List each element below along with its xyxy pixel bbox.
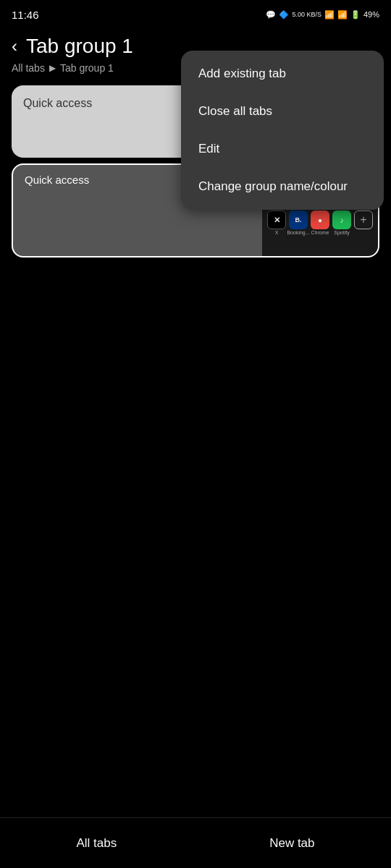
- signal-icon: 📶: [337, 10, 348, 20]
- bottom-bar: All tabs New tab: [0, 817, 391, 868]
- spotify-icon: ♪: [332, 210, 351, 229]
- wifi-icon: 📶: [324, 10, 335, 20]
- icon-row-2: ✕ X B. Booking... ● Chrome ♪ Spot: [266, 210, 374, 235]
- new-tab-button[interactable]: New tab: [248, 829, 336, 858]
- spotify-icon-wrapper[interactable]: ♪ Spotify: [332, 210, 351, 235]
- close-all-tabs-menu-item[interactable]: Close all tabs: [181, 93, 384, 130]
- x-icon-wrapper[interactable]: ✕ X: [267, 210, 286, 235]
- change-group-name-menu-item[interactable]: Change group name/colour: [181, 168, 384, 205]
- breadcrumb-all-tabs[interactable]: All tabs: [12, 62, 45, 74]
- chrome-icon-wrapper[interactable]: ● Chrome: [311, 210, 329, 235]
- breadcrumb-chevron-icon: ▶: [49, 63, 56, 73]
- battery-icon: 🔋: [350, 10, 361, 20]
- back-button[interactable]: ‹: [12, 36, 17, 56]
- booking-icon-wrapper[interactable]: B. Booking...: [289, 210, 308, 235]
- status-bar: 11:46 💬 🔷 5.00 KB/S 📶 📶 🔋 49%: [0, 0, 391, 26]
- tab-card-label: Quick access: [23, 97, 92, 109]
- edit-menu-item[interactable]: Edit: [181, 130, 384, 168]
- x-label: X: [275, 230, 279, 235]
- data-speed: 5.00 KB/S: [292, 11, 321, 18]
- status-icons: 💬 🔷 5.00 KB/S 📶 📶 🔋 49%: [266, 10, 379, 20]
- all-tabs-button[interactable]: All tabs: [54, 829, 138, 858]
- booking-icon: B.: [289, 210, 308, 229]
- x-twitter-icon: ✕: [267, 210, 286, 229]
- booking-label: Booking...: [287, 230, 309, 235]
- add-shortcut-icon: +: [354, 210, 373, 229]
- whatsapp-icon: 💬: [266, 10, 276, 20]
- page-title: Tab group 1: [26, 35, 133, 58]
- bluetooth-icon: 🔷: [279, 10, 289, 20]
- add-existing-tab-menu-item[interactable]: Add existing tab: [181, 55, 384, 93]
- context-menu: Add existing tab Close all tabs Edit Cha…: [181, 51, 384, 210]
- status-time: 11:46: [12, 9, 39, 21]
- spotify-label: Spotify: [334, 230, 349, 235]
- battery-percent: 49%: [363, 10, 379, 19]
- chrome-label: Chrome: [311, 230, 329, 235]
- add-icon-wrapper[interactable]: +: [354, 210, 373, 235]
- breadcrumb-group: Tab group 1: [60, 62, 114, 74]
- chrome-icon: ●: [311, 210, 329, 229]
